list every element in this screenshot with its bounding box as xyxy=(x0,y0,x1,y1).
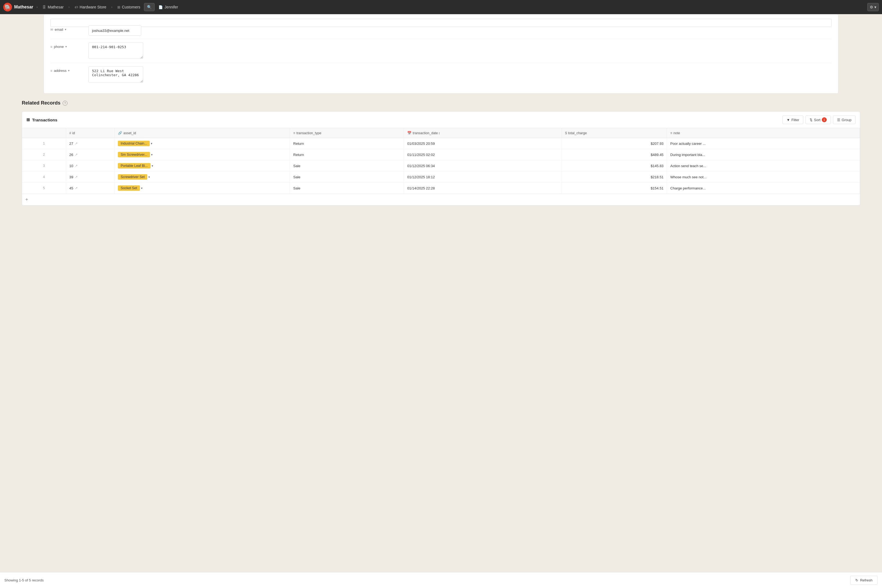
nav-item-jennifer[interactable]: 📄 Jennifer xyxy=(156,3,181,11)
row-date-3: 01/12/2025 06:34 xyxy=(404,160,562,171)
nav-item-customers[interactable]: ⊞ Customers xyxy=(115,3,143,11)
address-label-text: address xyxy=(54,69,66,73)
row-id-2: 26 ↗ xyxy=(66,149,115,160)
app-name: Mathesar xyxy=(14,4,33,9)
asset-chevron-4[interactable]: ▾ xyxy=(148,175,150,179)
address-chevron-icon: ▾ xyxy=(68,69,70,72)
sort-icon: ⇅ xyxy=(810,118,813,122)
sort-count-badge: 1 xyxy=(822,117,827,122)
row-num-1: 1 xyxy=(22,138,66,149)
row-asset-4: Screwdriver Set ▾ xyxy=(115,171,290,183)
row-date-5: 01/14/2025 22:28 xyxy=(404,183,562,194)
expand-icon-2[interactable]: ↗ xyxy=(75,153,78,156)
nav-item-hardware-store[interactable]: 🏷 Hardware Store xyxy=(72,3,109,11)
add-row-button[interactable]: + xyxy=(22,194,860,205)
table-row: 5 45 ↗ Socket Set ▾ Sale 01/14/2025 22:2… xyxy=(22,183,860,194)
asset-chevron-3[interactable]: ▾ xyxy=(152,164,153,168)
sort-label: Sort xyxy=(814,118,820,122)
expand-icon-5[interactable]: ↗ xyxy=(75,186,78,190)
expand-icon-1[interactable]: ↗ xyxy=(75,141,78,146)
user-doc-icon: 📄 xyxy=(158,5,163,9)
row-note-2: During important bla... xyxy=(667,149,860,160)
filter-button[interactable]: ▼ Filter xyxy=(782,116,803,124)
th-asset-id[interactable]: 🔗asset_id xyxy=(115,128,290,138)
elephant-icon: 🐘 xyxy=(3,3,12,11)
help-icon[interactable]: ? xyxy=(63,101,68,106)
th-transaction-date[interactable]: 📅transaction_date↕ xyxy=(404,128,562,138)
gear-icon: ⚙ xyxy=(870,5,873,9)
email-input[interactable] xyxy=(88,26,141,36)
nav-chevron-2: › xyxy=(68,4,71,10)
th-total-charge[interactable]: $total_charge xyxy=(562,128,667,138)
nav-item-mathesar[interactable]: 🗄 Mathesar xyxy=(40,3,66,11)
row-date-1: 01/03/2025 20:59 xyxy=(404,138,562,149)
asset-chevron-1[interactable]: ▾ xyxy=(151,142,153,146)
row-type-1: Return xyxy=(290,138,404,149)
table-row: 1 27 ↗ Industrial Chain... ▾ Return 01/0… xyxy=(22,138,860,149)
row-asset-5: Socket Set ▾ xyxy=(115,183,290,194)
table-row: 2 26 ↗ Sm Screwdriver... ▾ Return 01/11/… xyxy=(22,149,860,160)
th-rownum xyxy=(22,128,66,138)
settings-chevron: ▾ xyxy=(874,5,876,9)
nav-user-label: Jennifer xyxy=(164,5,178,9)
email-label-text: email xyxy=(55,27,63,32)
nav-search-button[interactable]: 🔍 xyxy=(144,3,154,11)
row-id-5: 45 ↗ xyxy=(66,183,115,194)
table-row: 4 39 ↗ Screwdriver Set ▾ Sale 01/12/2025… xyxy=(22,171,860,183)
expand-icon-3[interactable]: ↗ xyxy=(75,164,78,168)
asset-chevron-5[interactable]: ▾ xyxy=(141,186,142,190)
email-chevron-icon: ▾ xyxy=(65,28,66,31)
th-id[interactable]: #id xyxy=(66,128,115,138)
table-header-row: #id 🔗asset_id ≡transaction_type 📅transac… xyxy=(22,128,860,138)
tag-icon: 🏷 xyxy=(75,5,78,9)
phone-row: ≡ phone ▾ 001-214-901-0253 xyxy=(50,39,832,63)
row-charge-5: $154.51 xyxy=(562,183,667,194)
database-icon: 🗄 xyxy=(42,5,46,9)
row-asset-3: Portable Leaf Bl... ▾ xyxy=(115,160,290,171)
transactions-panel: ⊞ Transactions ▼ Filter ⇅ Sort 1 ☰ xyxy=(22,111,860,206)
group-icon: ☰ xyxy=(837,118,840,122)
th-transaction-type[interactable]: ≡transaction_type xyxy=(290,128,404,138)
grid-icon: ⊞ xyxy=(117,5,120,9)
row-id-3: 10 ↗ xyxy=(66,160,115,171)
row-num-5: 5 xyxy=(22,183,66,194)
search-icon: 🔍 xyxy=(147,5,152,9)
main-content: ✉ email ▾ ≡ phone ▾ 001-214-901-0253 xyxy=(0,14,882,206)
group-button[interactable]: ☰ Group xyxy=(833,116,856,124)
table-actions: ▼ Filter ⇅ Sort 1 ☰ Group xyxy=(782,116,856,124)
sort-button[interactable]: ⇅ Sort 1 xyxy=(806,116,831,124)
row-charge-2: $489.45 xyxy=(562,149,667,160)
address-row: ≡ address ▾ 522 Li Rue West Colinchester… xyxy=(50,63,832,87)
address-label[interactable]: ≡ address ▾ xyxy=(50,66,88,73)
expand-icon-4[interactable]: ↗ xyxy=(75,175,78,179)
nav-hardware-store-label: Hardware Store xyxy=(80,5,106,9)
email-icon: ✉ xyxy=(50,28,53,32)
phone-input[interactable]: 001-214-901-0253 xyxy=(88,42,143,59)
transactions-header: ⊞ Transactions ▼ Filter ⇅ Sort 1 ☰ xyxy=(22,112,860,128)
settings-button[interactable]: ⚙ ▾ xyxy=(867,3,879,11)
row-type-4: Sale xyxy=(290,171,404,183)
row-type-3: Sale xyxy=(290,160,404,171)
address-icon: ≡ xyxy=(50,69,52,73)
form-panel: ✉ email ▾ ≡ phone ▾ 001-214-901-0253 xyxy=(44,14,838,94)
asset-chevron-2[interactable]: ▾ xyxy=(151,153,153,156)
row-num-2: 2 xyxy=(22,149,66,160)
row-asset-2: Sm Screwdriver... ▾ xyxy=(115,149,290,160)
email-label[interactable]: ✉ email ▾ xyxy=(50,26,88,32)
row-id-4: 39 ↗ xyxy=(66,171,115,183)
th-note[interactable]: ≡note xyxy=(667,128,860,138)
row-num-3: 3 xyxy=(22,160,66,171)
row-note-4: Whose much see not... xyxy=(667,171,860,183)
phone-chevron-icon: ▾ xyxy=(65,45,67,48)
filter-label: Filter xyxy=(791,118,799,122)
phone-label-text: phone xyxy=(54,45,64,49)
transactions-table: #id 🔗asset_id ≡transaction_type 📅transac… xyxy=(22,128,860,194)
row-note-3: Action send teach se... xyxy=(667,160,860,171)
app-logo[interactable]: 🐘 Mathesar xyxy=(3,3,33,11)
row-charge-4: $218.51 xyxy=(562,171,667,183)
related-records-title: Related Records xyxy=(22,100,60,106)
nav-chevron-1: › xyxy=(35,4,39,10)
transactions-table-icon: ⊞ xyxy=(26,117,30,122)
phone-label[interactable]: ≡ phone ▾ xyxy=(50,42,88,49)
address-input[interactable]: 522 Li Rue West Colinchester, GA 42286 xyxy=(88,66,143,83)
